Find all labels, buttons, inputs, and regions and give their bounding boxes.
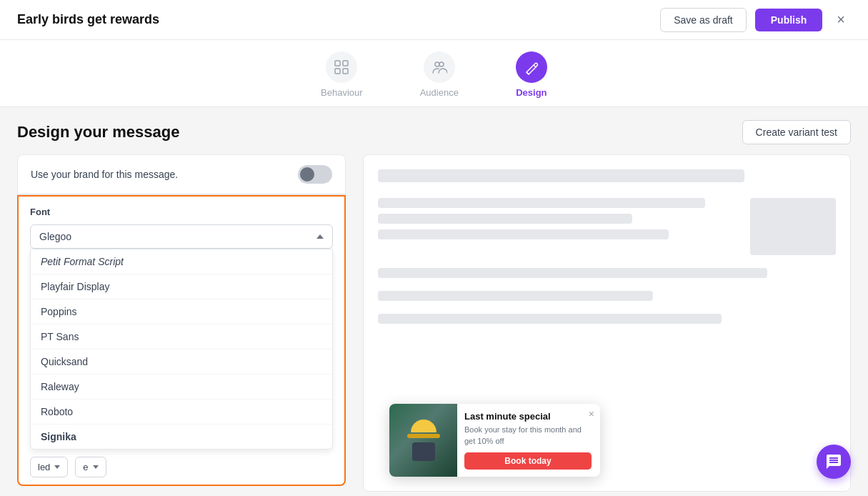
- audience-icon: [424, 51, 455, 83]
- hat-shape: [411, 420, 437, 432]
- save-draft-button[interactable]: Save as draft: [660, 8, 747, 32]
- svg-rect-0: [335, 61, 340, 66]
- popup-body: × Last minute special Book your stay for…: [457, 404, 600, 477]
- popup-image: [389, 404, 457, 477]
- svg-rect-1: [343, 61, 348, 66]
- steps-nav: Behaviour Audience Design: [0, 40, 868, 107]
- font-item-petit[interactable]: Petit Format Script: [31, 249, 332, 274]
- preview-panel: × Last minute special Book your stay for…: [363, 154, 851, 492]
- selected-font-text: Glegoo: [39, 231, 71, 242]
- header: Early birds get rewards Save as draft Pu…: [0, 0, 868, 40]
- font-section: Font Glegoo Petit Format Script Playfair…: [17, 195, 346, 486]
- brand-toggle[interactable]: ✕: [298, 165, 332, 184]
- style-dropdown-1-label: led: [38, 462, 50, 472]
- design-header: Design your message Create variant test: [0, 107, 868, 154]
- close-button[interactable]: ×: [831, 9, 851, 31]
- behaviour-label: Behaviour: [321, 87, 363, 98]
- font-item-roboto[interactable]: Roboto: [31, 400, 332, 425]
- style-dropdown-1[interactable]: led: [30, 457, 68, 477]
- brand-row: Use your brand for this message. ✕: [17, 154, 346, 194]
- main-content: Design your message Create variant test …: [0, 107, 868, 496]
- step-audience[interactable]: Audience: [420, 51, 459, 98]
- design-icon: [516, 51, 547, 83]
- preview-content: [364, 155, 850, 338]
- left-panel: Use your brand for this message. ✕ Font …: [17, 154, 346, 492]
- skeleton-top-bar: [378, 169, 744, 182]
- font-item-signika[interactable]: Signika: [31, 425, 332, 449]
- svg-rect-2: [335, 69, 340, 74]
- svg-point-5: [439, 62, 444, 66]
- chevron-down-icon-2: [93, 465, 99, 469]
- font-item-pt-sans[interactable]: PT Sans: [31, 324, 332, 349]
- design-label: Design: [516, 87, 547, 98]
- popup-close-button[interactable]: ×: [589, 408, 594, 420]
- font-item-playfair[interactable]: Playfair Display: [31, 274, 332, 299]
- page-title: Early birds get rewards: [17, 12, 159, 27]
- skeleton-bar-2: [378, 268, 767, 278]
- additional-dropdowns: led e: [30, 457, 333, 477]
- skeleton-left-1: [378, 198, 742, 255]
- preview-row-1: [378, 198, 836, 255]
- font-item-poppins[interactable]: Poppins: [31, 299, 332, 324]
- style-dropdown-2-label: e: [83, 462, 88, 472]
- bag-shape: [412, 442, 435, 461]
- style-dropdown-2[interactable]: e: [75, 457, 106, 477]
- toggle-track: ✕: [298, 165, 332, 184]
- hat-brim: [407, 434, 440, 438]
- skeleton-right-1: [750, 198, 836, 255]
- popup-card: × Last minute special Book your stay for…: [389, 404, 600, 477]
- font-section-label: Font: [30, 207, 333, 217]
- audience-label: Audience: [420, 87, 459, 98]
- two-col-layout: Use your brand for this message. ✕ Font …: [0, 154, 868, 496]
- svg-line-6: [527, 72, 529, 74]
- font-dropdown-list: Petit Format Script Playfair Display Pop…: [30, 249, 333, 450]
- font-select-dropdown[interactable]: Glegoo: [30, 224, 333, 249]
- font-item-quicksand[interactable]: Quicksand: [31, 349, 332, 375]
- brand-label: Use your brand for this message.: [31, 169, 178, 180]
- chat-bubble-button[interactable]: [817, 445, 851, 479]
- skeleton-bar-3: [378, 291, 653, 301]
- publish-button[interactable]: Publish: [755, 9, 823, 31]
- svg-rect-3: [343, 69, 348, 74]
- step-design[interactable]: Design: [516, 51, 547, 98]
- popup-title: Last minute special: [464, 411, 592, 422]
- svg-point-4: [435, 62, 439, 66]
- skeleton-bar-4: [378, 314, 722, 324]
- chevron-down-icon-1: [54, 465, 60, 469]
- popup-description: Book your stay for this month and get 10…: [464, 425, 592, 447]
- popup-cta-button[interactable]: Book today: [464, 452, 592, 470]
- font-item-raleway[interactable]: Raleway: [31, 375, 332, 400]
- header-actions: Save as draft Publish ×: [660, 8, 851, 32]
- design-title: Design your message: [17, 123, 179, 142]
- behaviour-icon: [326, 51, 357, 83]
- toggle-thumb: [300, 167, 314, 182]
- step-behaviour[interactable]: Behaviour: [321, 51, 363, 98]
- chevron-up-icon: [316, 234, 324, 239]
- create-variant-button[interactable]: Create variant test: [742, 120, 851, 144]
